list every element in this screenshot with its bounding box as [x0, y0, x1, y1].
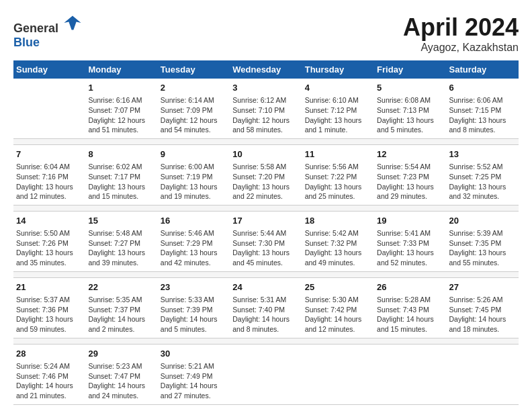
cell-week4-day1: 22Sunrise: 5:35 AM Sunset: 7:37 PM Dayli… — [85, 277, 157, 338]
day-info: Sunrise: 5:46 AM Sunset: 7:29 PM Dayligh… — [161, 228, 227, 268]
header-tuesday: Tuesday — [158, 60, 230, 79]
day-info: Sunrise: 5:35 AM Sunset: 7:37 PM Dayligh… — [88, 295, 154, 334]
day-info: Sunrise: 6:12 AM Sunset: 7:10 PM Dayligh… — [232, 95, 299, 135]
cell-week2-day5: 12Sunrise: 5:54 AM Sunset: 7:23 PM Dayli… — [374, 144, 446, 205]
day-info: Sunrise: 5:54 AM Sunset: 7:23 PM Dayligh… — [377, 162, 443, 201]
day-number: 17 — [232, 215, 299, 227]
day-number: 24 — [232, 281, 299, 293]
cell-week3-day4: 18Sunrise: 5:42 AM Sunset: 7:32 PM Dayli… — [302, 211, 374, 271]
day-info: Sunrise: 6:06 AM Sunset: 7:15 PM Dayligh… — [449, 95, 516, 135]
cell-week5-day2: 30Sunrise: 5:21 AM Sunset: 7:49 PM Dayli… — [158, 344, 230, 404]
cell-week5-day5 — [374, 344, 446, 404]
day-number: 21 — [16, 281, 83, 293]
cell-week2-day3: 10Sunrise: 5:58 AM Sunset: 7:20 PM Dayli… — [230, 144, 302, 205]
separator-cell — [13, 271, 519, 277]
day-number: 9 — [161, 148, 227, 161]
cell-week3-day0: 14Sunrise: 5:50 AM Sunset: 7:26 PM Dayli… — [13, 211, 85, 271]
day-info: Sunrise: 6:04 AM Sunset: 7:16 PM Dayligh… — [16, 162, 83, 201]
day-number: 8 — [88, 148, 154, 161]
cell-week5-day1: 29Sunrise: 5:23 AM Sunset: 7:47 PM Dayli… — [85, 344, 157, 404]
day-number: 4 — [305, 82, 371, 94]
day-info: Sunrise: 6:16 AM Sunset: 7:07 PM Dayligh… — [88, 95, 154, 135]
title-block: April 2024 Ayagoz, Kazakhstan — [403, 13, 519, 54]
location-subtitle: Ayagoz, Kazakhstan — [403, 42, 519, 54]
day-number: 19 — [377, 215, 443, 227]
day-number: 1 — [88, 82, 154, 94]
week-row-2: 7Sunrise: 6:04 AM Sunset: 7:16 PM Daylig… — [13, 144, 519, 205]
cell-week2-day2: 9Sunrise: 6:00 AM Sunset: 7:19 PM Daylig… — [158, 144, 230, 205]
cell-week4-day4: 25Sunrise: 5:30 AM Sunset: 7:42 PM Dayli… — [302, 277, 374, 338]
day-number: 3 — [232, 82, 299, 94]
cell-week4-day3: 24Sunrise: 5:31 AM Sunset: 7:40 PM Dayli… — [230, 277, 302, 338]
logo-bird-icon — [63, 13, 82, 32]
cell-week3-day1: 15Sunrise: 5:48 AM Sunset: 7:27 PM Dayli… — [85, 211, 157, 271]
day-info: Sunrise: 5:44 AM Sunset: 7:30 PM Dayligh… — [232, 228, 299, 268]
day-number: 12 — [377, 148, 443, 161]
week-row-3: 14Sunrise: 5:50 AM Sunset: 7:26 PM Dayli… — [13, 211, 519, 271]
day-number: 2 — [161, 82, 227, 94]
day-info: Sunrise: 5:24 AM Sunset: 7:46 PM Dayligh… — [16, 361, 83, 401]
header-thursday: Thursday — [302, 60, 374, 79]
svg-marker-0 — [64, 16, 81, 30]
day-number: 11 — [305, 148, 371, 161]
cell-week4-day6: 27Sunrise: 5:26 AM Sunset: 7:45 PM Dayli… — [447, 277, 519, 338]
day-number: 20 — [449, 215, 516, 227]
day-info: Sunrise: 5:52 AM Sunset: 7:25 PM Dayligh… — [449, 162, 516, 201]
separator-cell — [13, 138, 519, 144]
logo: General Blue — [13, 13, 82, 50]
separator-cell — [13, 338, 519, 344]
cell-week1-day5: 5Sunrise: 6:08 AM Sunset: 7:13 PM Daylig… — [374, 79, 446, 138]
cell-week1-day4: 4Sunrise: 6:10 AM Sunset: 7:12 PM Daylig… — [302, 79, 374, 138]
day-info: Sunrise: 5:31 AM Sunset: 7:40 PM Dayligh… — [232, 295, 299, 334]
day-info: Sunrise: 5:37 AM Sunset: 7:36 PM Dayligh… — [16, 295, 83, 334]
day-number: 28 — [16, 348, 83, 360]
day-number: 6 — [449, 82, 516, 94]
day-info: Sunrise: 5:41 AM Sunset: 7:33 PM Dayligh… — [377, 228, 443, 268]
week-separator-4 — [13, 338, 519, 344]
day-number: 7 — [16, 148, 83, 161]
day-info: Sunrise: 5:50 AM Sunset: 7:26 PM Dayligh… — [16, 228, 83, 268]
cell-week1-day6: 6Sunrise: 6:06 AM Sunset: 7:15 PM Daylig… — [447, 79, 519, 138]
day-info: Sunrise: 6:14 AM Sunset: 7:09 PM Dayligh… — [161, 95, 227, 135]
cell-week3-day3: 17Sunrise: 5:44 AM Sunset: 7:30 PM Dayli… — [230, 211, 302, 271]
cell-week1-day2: 2Sunrise: 6:14 AM Sunset: 7:09 PM Daylig… — [158, 79, 230, 138]
day-number: 15 — [88, 215, 154, 227]
header-friday: Friday — [374, 60, 446, 79]
day-number: 18 — [305, 215, 371, 227]
day-number: 5 — [377, 82, 443, 94]
day-number: 16 — [161, 215, 227, 227]
day-number: 13 — [449, 148, 516, 161]
day-info: Sunrise: 5:33 AM Sunset: 7:39 PM Dayligh… — [161, 295, 227, 334]
day-number: 22 — [88, 281, 154, 293]
day-info: Sunrise: 6:00 AM Sunset: 7:19 PM Dayligh… — [161, 162, 227, 201]
week-row-5: 28Sunrise: 5:24 AM Sunset: 7:46 PM Dayli… — [13, 344, 519, 404]
cell-week3-day5: 19Sunrise: 5:41 AM Sunset: 7:33 PM Dayli… — [374, 211, 446, 271]
day-info: Sunrise: 5:21 AM Sunset: 7:49 PM Dayligh… — [161, 361, 227, 401]
day-info: Sunrise: 6:10 AM Sunset: 7:12 PM Dayligh… — [305, 95, 371, 135]
day-number: 10 — [232, 148, 299, 161]
cell-week5-day4 — [302, 344, 374, 404]
day-number: 26 — [377, 281, 443, 293]
day-number: 14 — [16, 215, 83, 227]
cell-week4-day5: 26Sunrise: 5:28 AM Sunset: 7:43 PM Dayli… — [374, 277, 446, 338]
cell-week2-day1: 8Sunrise: 6:02 AM Sunset: 7:17 PM Daylig… — [85, 144, 157, 205]
header-monday: Monday — [85, 60, 157, 79]
separator-cell — [13, 205, 519, 211]
calendar-table: SundayMondayTuesdayWednesdayThursdayFrid… — [13, 60, 519, 405]
calendar-title: April 2024 — [403, 13, 519, 42]
header-sunday: Sunday — [13, 60, 85, 79]
cell-week4-day0: 21Sunrise: 5:37 AM Sunset: 7:36 PM Dayli… — [13, 277, 85, 338]
header-saturday: Saturday — [447, 60, 519, 79]
cell-week2-day6: 13Sunrise: 5:52 AM Sunset: 7:25 PM Dayli… — [447, 144, 519, 205]
day-info: Sunrise: 5:56 AM Sunset: 7:22 PM Dayligh… — [305, 162, 371, 201]
week-separator-2 — [13, 205, 519, 211]
cell-week2-day4: 11Sunrise: 5:56 AM Sunset: 7:22 PM Dayli… — [302, 144, 374, 205]
page-header: General Blue April 2024 Ayagoz, Kazakhst… — [13, 13, 519, 54]
cell-week1-day3: 3Sunrise: 6:12 AM Sunset: 7:10 PM Daylig… — [230, 79, 302, 138]
cell-week5-day6 — [447, 344, 519, 404]
cell-week1-day1: 1Sunrise: 6:16 AM Sunset: 7:07 PM Daylig… — [85, 79, 157, 138]
calendar-header-row: SundayMondayTuesdayWednesdayThursdayFrid… — [13, 60, 519, 79]
day-info: Sunrise: 5:58 AM Sunset: 7:20 PM Dayligh… — [232, 162, 299, 201]
cell-week3-day2: 16Sunrise: 5:46 AM Sunset: 7:29 PM Dayli… — [158, 211, 230, 271]
day-info: Sunrise: 6:02 AM Sunset: 7:17 PM Dayligh… — [88, 162, 154, 201]
